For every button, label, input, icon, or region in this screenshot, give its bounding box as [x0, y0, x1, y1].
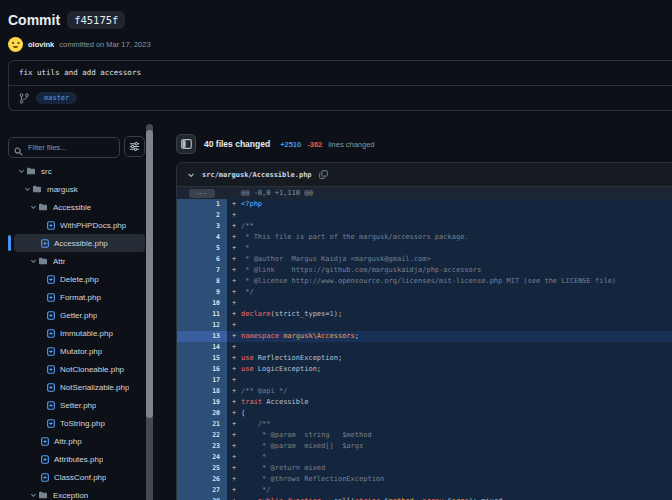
- line-number[interactable]: 6: [177, 254, 227, 265]
- code-content: +use ReflectionException;: [227, 353, 672, 364]
- code-content: +<?php: [227, 199, 672, 210]
- line-number[interactable]: 20: [177, 408, 227, 419]
- code-content: + * @author Margus Kaidja <margusk@gmail…: [227, 254, 672, 265]
- line-number[interactable]: 18: [177, 386, 227, 397]
- toggle-file-tree-button[interactable]: [176, 134, 196, 154]
- tree-item-format-php[interactable]: Format.php: [14, 288, 145, 306]
- tree-item-mutator-php[interactable]: Mutator.php: [14, 342, 145, 360]
- line-number[interactable]: 2: [177, 210, 227, 221]
- tree-item-label: Format.php: [60, 293, 101, 302]
- line-number[interactable]: 24: [177, 452, 227, 463]
- line-number[interactable]: 15: [177, 353, 227, 364]
- filter-sliders-icon: [129, 141, 140, 152]
- line-number[interactable]: 7: [177, 265, 227, 276]
- branch-badge[interactable]: master: [36, 92, 77, 104]
- line-number[interactable]: 19: [177, 397, 227, 408]
- line-number[interactable]: 14: [177, 342, 227, 353]
- tree-item-exception[interactable]: Exception: [14, 486, 145, 500]
- tree-item-attributes-php[interactable]: Attributes.php: [14, 450, 145, 468]
- commit-sha-chip[interactable]: f45175f: [67, 11, 125, 29]
- commit-date: committed on Mar 17, 2023: [59, 40, 150, 49]
- copy-icon: [319, 170, 328, 179]
- chevron-down-icon: [16, 168, 26, 175]
- sidebar-scrollbar[interactable]: [146, 124, 153, 500]
- line-number[interactable]: 10: [177, 298, 227, 309]
- line-number[interactable]: 13: [177, 331, 227, 342]
- line-number[interactable]: 9: [177, 287, 227, 298]
- line-number[interactable]: 5: [177, 243, 227, 254]
- code-content: +: [227, 375, 672, 386]
- file-added-icon: [47, 275, 57, 284]
- commit-author[interactable]: olovink: [28, 40, 54, 49]
- line-number[interactable]: 28: [177, 496, 227, 500]
- commit-page: Commit f45175f olovink committed on Mar …: [0, 0, 672, 500]
- code-content: + * @param string $method: [227, 430, 672, 441]
- expand-options-button[interactable]: ···: [189, 189, 215, 198]
- tree-item-notserializable-php[interactable]: NotSerializable.php: [14, 378, 145, 396]
- diff-file-path[interactable]: src/margusk/Accessible.php: [202, 171, 312, 179]
- diff-line-18: 18+/** @api */: [177, 386, 672, 397]
- code-content: +: [227, 320, 672, 331]
- line-number[interactable]: 12: [177, 320, 227, 331]
- tree-item-accessible-php[interactable]: Accessible.php: [14, 234, 145, 252]
- diff-line-20: 20+{: [177, 408, 672, 419]
- tree-item-src[interactable]: src: [14, 162, 145, 180]
- tree-item-label: Accessible.php: [54, 239, 108, 248]
- deletions-count: -362: [307, 140, 322, 149]
- avatar[interactable]: [8, 37, 23, 52]
- tree-item-withphpdocs-php[interactable]: WithPHPDocs.php: [14, 216, 145, 234]
- diff-panel: 40 files changed +2510 -362 lines change…: [176, 124, 672, 500]
- diff-line-16: 16+use LogicException;: [177, 364, 672, 375]
- file-added-icon: [41, 473, 51, 482]
- tree-item-label: ToString.php: [60, 419, 105, 428]
- line-number[interactable]: 16: [177, 364, 227, 375]
- copy-path-button[interactable]: [319, 170, 328, 179]
- tree-options-button[interactable]: [124, 136, 145, 157]
- tree-item-attr[interactable]: Attr: [14, 252, 145, 270]
- tree-item-immutable-php[interactable]: Immutable.php: [14, 324, 145, 342]
- diff-line-5: 5+ *: [177, 243, 672, 254]
- diff-line-3: 3+/**: [177, 221, 672, 232]
- line-number[interactable]: 1: [177, 199, 227, 210]
- diff-line-15: 15+use ReflectionException;: [177, 353, 672, 364]
- line-number[interactable]: 11: [177, 309, 227, 320]
- diff-line-27: 27+ */: [177, 485, 672, 496]
- tree-item-attr-php[interactable]: Attr.php: [14, 432, 145, 450]
- git-branch-icon: [19, 93, 29, 104]
- line-number[interactable]: 27: [177, 485, 227, 496]
- diff-line-26: 26+ * @throws ReflectionException: [177, 474, 672, 485]
- tree-item-classconf-php[interactable]: ClassConf.php: [14, 468, 145, 486]
- line-number[interactable]: 4: [177, 232, 227, 243]
- chevron-down-icon[interactable]: [187, 171, 195, 179]
- chevron-down-icon: [28, 204, 38, 211]
- tree-item-margusk[interactable]: margusk: [14, 180, 145, 198]
- line-number[interactable]: 3: [177, 221, 227, 232]
- tree-item-tostring-php[interactable]: ToString.php: [14, 414, 145, 432]
- line-number[interactable]: 8: [177, 276, 227, 287]
- line-number[interactable]: 22: [177, 430, 227, 441]
- tree-item-accessible[interactable]: Accessible: [14, 198, 145, 216]
- scrollbar-thumb[interactable]: [146, 130, 153, 418]
- tree-item-setter-php[interactable]: Setter.php: [14, 396, 145, 414]
- code-content: + */: [227, 287, 672, 298]
- tree-item-getter-php[interactable]: Getter.php: [14, 306, 145, 324]
- file-added-icon: [47, 419, 57, 428]
- diff-line-14: 14+: [177, 342, 672, 353]
- filter-files-input[interactable]: [8, 137, 120, 158]
- line-number[interactable]: 17: [177, 375, 227, 386]
- line-number[interactable]: 26: [177, 474, 227, 485]
- diff-line-6: 6+ * @author Margus Kaidja <margusk@gmai…: [177, 254, 672, 265]
- page-title: Commit: [8, 12, 60, 28]
- line-number[interactable]: 25: [177, 463, 227, 474]
- tree-item-label: src: [41, 167, 52, 176]
- diff-line-23: 23+ * @param mixed[] $args: [177, 441, 672, 452]
- code-content: + /**: [227, 419, 672, 430]
- tree-item-delete-php[interactable]: Delete.php: [14, 270, 145, 288]
- line-number[interactable]: 23: [177, 441, 227, 452]
- line-number[interactable]: 21: [177, 419, 227, 430]
- tree-item-notcloneable-php[interactable]: NotCloneable.php: [14, 360, 145, 378]
- content: srcmarguskAccessibleWithPHPDocs.phpAcces…: [0, 124, 672, 500]
- code-content: + * This file is part of the margusk/acc…: [227, 232, 672, 243]
- tree-item-label: Setter.php: [60, 401, 96, 410]
- code-content: +namespace margusk\Accessors;: [227, 331, 672, 342]
